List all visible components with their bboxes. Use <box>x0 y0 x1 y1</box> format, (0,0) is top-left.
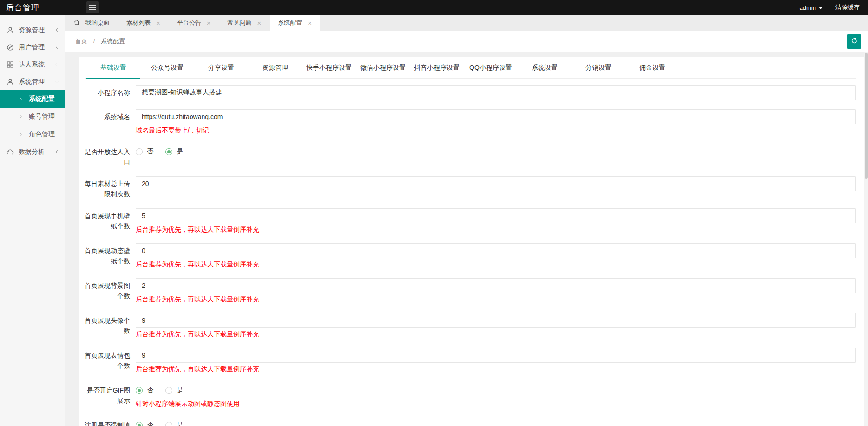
sidebar-item-label: 系统管理 <box>19 78 54 86</box>
sidebar-item-user-management[interactable]: 用户管理 <box>0 39 65 56</box>
radio-checked-icon <box>136 422 143 426</box>
close-tab-icon[interactable]: × <box>257 20 262 27</box>
settings-tab-douyin[interactable]: 抖音小程序设置 <box>410 57 464 78</box>
settings-tab-resource[interactable]: 资源管理 <box>248 57 302 78</box>
tab-label: 平台公告 <box>177 19 201 27</box>
sidebar-item-system-management[interactable]: 系统管理 <box>0 73 65 90</box>
tab-material-list[interactable]: 素材列表 × <box>118 15 169 31</box>
form-row-talent-entry: 是否开放达人入口 否 是 <box>85 144 856 167</box>
settings-tab-share[interactable]: 分享设置 <box>194 57 248 78</box>
radio-label: 是 <box>177 386 183 394</box>
form-row-system-domain: 系统域名 域名最后不要带上/，切记 <box>85 109 856 135</box>
radio-unchecked-icon <box>165 422 172 426</box>
daily-upload-limit-input[interactable] <box>136 176 856 191</box>
user-icon <box>7 78 14 86</box>
chevron-left-icon <box>54 148 59 156</box>
radio-label: 是 <box>177 421 183 426</box>
user-menu[interactable]: admin <box>800 4 822 11</box>
username: admin <box>800 4 816 11</box>
refresh-button[interactable] <box>847 34 861 49</box>
breadcrumb: 首页 / 系统配置 <box>75 37 125 46</box>
field-hint: 域名最后不要带上/，切记 <box>136 126 856 135</box>
radio-option-yes[interactable]: 是 <box>165 147 183 156</box>
close-tab-icon[interactable]: × <box>156 20 160 27</box>
settings-tab-commission[interactable]: 佣金设置 <box>625 57 679 78</box>
settings-tab-distribution[interactable]: 分销设置 <box>572 57 625 78</box>
sidebar-item-resource-management[interactable]: 资源管理 <box>0 21 65 39</box>
settings-tab-basic[interactable]: 基础设置 <box>86 57 140 78</box>
radio-option-yes[interactable]: 是 <box>165 386 183 394</box>
basic-settings-form: 小程序名称 系统域名 域名最后不要带上/，切记 是否开放达人入口 <box>85 79 856 426</box>
radio-checked-icon <box>165 148 172 155</box>
tab-platform-announcement[interactable]: 平台公告 × <box>169 15 219 31</box>
form-row-background-count: 首页展现背景图个数 后台推荐为优先，再以达人下载量倒序补充 <box>85 278 856 304</box>
chevron-left-icon <box>54 27 59 34</box>
cloud-icon <box>7 148 14 156</box>
close-tab-icon[interactable]: × <box>308 20 312 27</box>
sidebar: 资源管理 用户管理 达人系统 系统管理 系统配置 账号管理 角色管理 <box>0 15 65 426</box>
close-tab-icon[interactable]: × <box>207 20 211 27</box>
sidebar-item-talent-system[interactable]: 达人系统 <box>0 56 65 73</box>
scrollbar[interactable] <box>864 52 868 426</box>
form-row-register-invite-code: 注册是否强制填写邀请码 否 是 <box>85 418 856 426</box>
settings-tab-system[interactable]: 系统设置 <box>518 57 572 78</box>
app-title: 后台管理 <box>0 2 65 13</box>
chevron-right-icon <box>19 114 23 119</box>
field-hint: 后台推荐为优先，再以达人下载量倒序补充 <box>136 330 856 339</box>
emoji-count-input[interactable] <box>136 348 856 363</box>
field-hint: 后台推荐为优先，再以达人下载量倒序补充 <box>136 295 856 304</box>
field-hint: 后台推荐为优先，再以达人下载量倒序补充 <box>136 225 856 234</box>
system-domain-input[interactable] <box>136 109 856 124</box>
radio-option-no[interactable]: 否 <box>136 421 153 426</box>
open-tabs-bar: 我的桌面 素材列表 × 平台公告 × 常见问题 × 系统配置 × <box>65 15 868 31</box>
field-label: 首页展现手机壁纸个数 <box>85 208 130 234</box>
sidebar-subitem-label: 角色管理 <box>29 130 55 139</box>
tab-system-config[interactable]: 系统配置 × <box>270 15 320 31</box>
field-label: 首页展现头像个数 <box>85 313 130 339</box>
tab-faq[interactable]: 常见问题 × <box>219 15 270 31</box>
sidebar-item-label: 数据分析 <box>19 148 54 156</box>
sidebar-subitem-account-management[interactable]: 账号管理 <box>0 108 65 126</box>
miniapp-name-input[interactable] <box>136 85 856 100</box>
settings-tab-kuaishou[interactable]: 快手小程序设置 <box>302 57 356 78</box>
settings-tab-qq[interactable]: QQ小程序设置 <box>464 57 518 78</box>
form-row-gif-display: 是否开启GIF图展示 否 是 针对小程序端展示动图或静态图使用 <box>85 383 856 408</box>
breadcrumb-current: 系统配置 <box>101 38 125 45</box>
sidebar-item-data-analysis[interactable]: 数据分析 <box>0 143 65 160</box>
field-label: 是否开启GIF图展示 <box>85 383 130 408</box>
radio-option-no[interactable]: 否 <box>136 386 153 394</box>
chevron-left-icon <box>54 61 59 68</box>
scrollbar-thumb[interactable] <box>865 53 868 179</box>
settings-tab-official-account[interactable]: 公众号设置 <box>140 57 194 78</box>
phone-wallpaper-count-input[interactable] <box>136 208 856 223</box>
sidebar-subitem-label: 系统配置 <box>29 95 55 103</box>
avatar-count-input[interactable] <box>136 313 856 328</box>
form-row-dynamic-wallpaper-count: 首页展现动态壁纸个数 后台推荐为优先，再以达人下载量倒序补充 <box>85 243 856 269</box>
radio-label: 是 <box>177 147 183 156</box>
sidebar-item-label: 资源管理 <box>19 26 54 34</box>
sidebar-subitem-system-config[interactable]: 系统配置 <box>0 90 65 108</box>
field-label: 系统域名 <box>85 109 130 135</box>
dynamic-wallpaper-count-input[interactable] <box>136 243 856 258</box>
settings-tab-wechat[interactable]: 微信小程序设置 <box>356 57 410 78</box>
sidebar-toggle-button[interactable] <box>86 1 99 13</box>
register-force-radio-group: 否 是 <box>136 418 856 426</box>
clear-cache-button[interactable]: 清除缓存 <box>835 3 860 12</box>
form-row-miniapp-name: 小程序名称 <box>85 85 856 100</box>
breadcrumb-home[interactable]: 首页 <box>75 38 87 45</box>
sidebar-subitem-role-management[interactable]: 角色管理 <box>0 126 65 143</box>
background-count-input[interactable] <box>136 278 856 293</box>
chevron-right-icon <box>19 132 23 137</box>
top-header: 后台管理 admin 清除缓存 <box>0 0 868 15</box>
refresh-icon <box>851 37 858 46</box>
radio-option-yes[interactable]: 是 <box>165 421 183 426</box>
field-label: 首页展现表情包个数 <box>85 348 130 373</box>
settings-panel: 基础设置 公众号设置 分享设置 资源管理 快手小程序设置 微信小程序设置 抖音小… <box>79 57 864 426</box>
talent-entry-radio-group: 否 是 <box>136 144 856 159</box>
field-hint: 针对小程序端展示动图或静态图使用 <box>136 399 856 408</box>
tab-label: 我的桌面 <box>85 19 110 27</box>
radio-option-no[interactable]: 否 <box>136 147 153 156</box>
sidebar-item-label: 达人系统 <box>19 60 54 69</box>
radio-label: 否 <box>147 147 153 156</box>
tab-my-desktop[interactable]: 我的桌面 <box>65 15 118 31</box>
